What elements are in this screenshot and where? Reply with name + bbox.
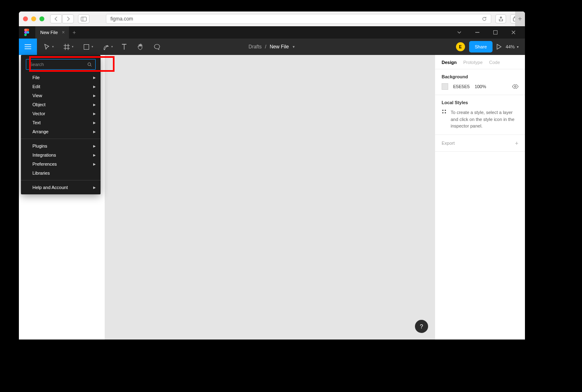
menu-file[interactable]: File▶ (21, 73, 101, 82)
chevron-right-icon: ▶ (93, 130, 96, 134)
nav-buttons (50, 14, 74, 23)
url-bar[interactable]: figma.com (106, 14, 491, 24)
chevron-right-icon: ▶ (93, 112, 96, 116)
menu-search-input[interactable] (30, 62, 87, 67)
chevron-down-icon[interactable]: ▼ (292, 45, 296, 49)
maximize-icon[interactable] (486, 26, 504, 39)
minimize-window-icon[interactable] (31, 16, 36, 21)
chevron-right-icon: ▶ (93, 153, 96, 157)
avatar[interactable]: E (456, 42, 465, 51)
zoom-control[interactable]: 44% ▼ (506, 44, 519, 49)
chevron-right-icon: ▶ (93, 186, 96, 189)
close-tab-icon[interactable]: × (62, 30, 65, 35)
caret-icon: ▼ (71, 46, 74, 48)
main-menu-dropdown: File▶ Edit▶ View▶ Object▶ Vector▶ Text▶ … (21, 55, 101, 194)
svg-point-18 (445, 110, 446, 111)
menu-text[interactable]: Text▶ (21, 118, 101, 127)
svg-point-3 (27, 31, 29, 34)
text-tool[interactable] (116, 39, 132, 55)
share-button[interactable]: Share (469, 41, 493, 52)
frame-tool[interactable]: ▼ (57, 39, 76, 55)
color-swatch[interactable] (442, 83, 448, 90)
export-section: Export + (435, 135, 525, 152)
caret-icon: ▼ (91, 46, 94, 48)
url-text: figma.com (110, 16, 133, 22)
move-tool[interactable]: ▼ (37, 39, 57, 55)
menu-integrations[interactable]: Integrations▶ (21, 150, 101, 160)
new-tab-button[interactable]: + (515, 11, 525, 26)
menu-edit[interactable]: Edit▶ (21, 82, 101, 91)
close-icon[interactable] (504, 26, 522, 39)
comment-tool[interactable] (149, 39, 165, 55)
refresh-icon[interactable] (482, 16, 487, 21)
share-icon[interactable] (495, 14, 506, 23)
visibility-icon[interactable] (512, 84, 518, 89)
menu-separator (21, 139, 101, 139)
pen-tool[interactable]: ▼ (96, 39, 116, 55)
add-export-button[interactable]: + (515, 140, 518, 146)
local-styles-hint: To create a style, select a layer and cl… (442, 109, 518, 130)
forward-button[interactable] (62, 14, 74, 23)
traffic-lights (23, 16, 44, 21)
svg-rect-5 (494, 31, 497, 34)
background-hex[interactable]: E5E5E5 (453, 84, 470, 89)
tab-label: New File (40, 30, 58, 35)
chevron-right-icon: ▶ (93, 94, 96, 98)
caret-icon: ▼ (111, 46, 113, 48)
present-icon[interactable] (497, 44, 502, 50)
minimize-icon[interactable] (468, 26, 486, 39)
main-menu-button[interactable] (19, 39, 37, 55)
close-window-icon[interactable] (23, 16, 28, 21)
svg-point-19 (442, 112, 444, 114)
figma-tabbar: New File × + (19, 26, 525, 39)
chevron-right-icon: ▶ (93, 121, 96, 125)
menu-help[interactable]: Help and Account▶ (21, 183, 101, 192)
chevron-down-icon: ▼ (516, 46, 519, 48)
menu-preferences[interactable]: Preferences▶ (21, 160, 101, 169)
menu-search[interactable] (26, 59, 96, 70)
background-section: Background E5E5E5 100% (435, 69, 525, 95)
figma-main: ? Design Prototype Code Background E5E5E… (19, 55, 525, 340)
shape-tool[interactable]: ▼ (76, 39, 96, 55)
export-label: Export (442, 141, 455, 146)
menu-arrange[interactable]: Arrange▶ (21, 127, 101, 136)
svg-point-20 (445, 112, 446, 114)
canvas[interactable]: ? (105, 55, 435, 340)
breadcrumb[interactable]: Drafts / New File ▼ (249, 44, 296, 50)
menu-libraries[interactable]: Libraries (21, 169, 101, 178)
menu-plugins[interactable]: Plugins▶ (21, 141, 101, 150)
menu-vector[interactable]: Vector▶ (21, 109, 101, 118)
breadcrumb-parent[interactable]: Drafts (249, 44, 262, 50)
background-opacity[interactable]: 100% (474, 84, 486, 89)
menu-object[interactable]: Object▶ (21, 100, 101, 109)
tab-code[interactable]: Code (489, 60, 500, 65)
figma-logo-icon[interactable] (23, 29, 30, 36)
svg-rect-13 (84, 44, 89, 49)
back-button[interactable] (50, 14, 62, 23)
help-button[interactable]: ? (415, 320, 428, 333)
chevron-down-icon[interactable] (450, 26, 468, 39)
breadcrumb-current[interactable]: New File (270, 44, 289, 50)
sidebar-toggle-button[interactable] (78, 14, 89, 23)
menu-separator (21, 180, 101, 180)
search-icon (87, 62, 92, 67)
toolbar-right: E Share 44% ▼ (456, 41, 525, 52)
chevron-right-icon: ▶ (93, 85, 96, 89)
tab-new-file[interactable]: New File × (35, 26, 69, 39)
browser-chrome: figma.com + (19, 11, 525, 26)
svg-point-16 (515, 86, 516, 87)
add-tab-button[interactable]: + (69, 26, 80, 39)
tab-design[interactable]: Design (442, 60, 457, 65)
tab-prototype[interactable]: Prototype (463, 60, 483, 65)
right-panel-tabs: Design Prototype Code (435, 55, 525, 69)
svg-point-17 (442, 110, 444, 111)
window-controls (450, 26, 522, 39)
local-styles-section: Local Styles To create a style, select a… (435, 95, 525, 135)
menu-view[interactable]: View▶ (21, 91, 101, 100)
chevron-right-icon: ▶ (93, 162, 96, 166)
svg-point-21 (88, 63, 91, 66)
styles-icon (442, 109, 447, 130)
right-panel: Design Prototype Code Background E5E5E5 … (435, 55, 525, 340)
hand-tool[interactable] (132, 39, 149, 55)
maximize-window-icon[interactable] (39, 16, 44, 21)
